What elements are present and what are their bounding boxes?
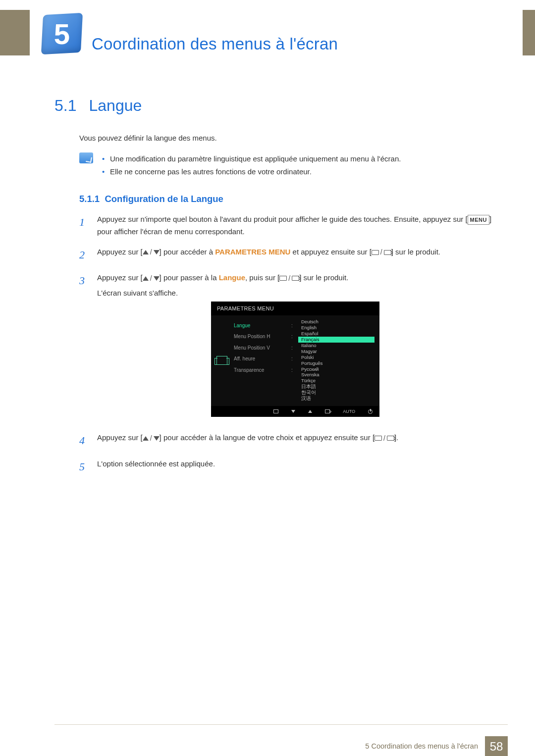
page-number: 58 — [485, 736, 508, 756]
step-2: 2 Appuyez sur [/] pour accéder à PARAMET… — [79, 246, 505, 264]
chapter-title: Coordination des menus à l'écran — [92, 35, 338, 53]
step-number: 2 — [79, 246, 88, 264]
up-down-icon: / — [143, 247, 160, 258]
osd-language-option: Русский — [298, 366, 374, 372]
keyword-parametres-menu: PARAMETRES MENU — [215, 248, 290, 256]
note-item: Une modification du paramètre linguistiq… — [102, 152, 505, 165]
osd-language-option: Magyar — [298, 349, 374, 354]
osd-language-option: Svenska — [298, 372, 374, 378]
osd-language-option: Deutsch — [298, 319, 374, 325]
step-3: 3 Appuyez sur [/] pour passer à la Langu… — [79, 272, 505, 424]
header-accent-right — [523, 10, 535, 55]
osd-title: PARAMETRES MENU — [211, 302, 379, 315]
power-icon — [368, 409, 373, 414]
chapter-badge: 5 — [42, 14, 82, 53]
osd-language-option: 日本語 — [298, 384, 374, 390]
osd-language-option: English — [298, 325, 374, 331]
footer-chapter-ref: 5 Coordination des menus à l'écran — [365, 736, 485, 756]
osd-language-option: Português — [298, 360, 374, 366]
osd-language-option: Français — [298, 337, 374, 343]
subsection-heading: 5.1.1 Configuration de la Langue — [79, 194, 505, 204]
osd-language-option: Türkçe — [298, 378, 374, 384]
note-icon — [79, 152, 93, 163]
up-down-icon: / — [143, 433, 160, 444]
osd-language-option: Español — [298, 331, 374, 337]
osd-nav-icon — [273, 409, 278, 413]
menu-button-label: MENU — [468, 215, 489, 225]
down-icon — [291, 410, 295, 413]
note-item: Elle ne concerne pas les autres fonction… — [102, 165, 505, 178]
osd-menu-items: Langue Menu Position H Menu Position V A… — [233, 319, 291, 402]
osd-nav-bar: AUTO — [211, 406, 379, 417]
osd-language-list: DeutschEnglishEspañolFrançaisItalianoMag… — [298, 319, 379, 402]
osd-language-option: Italiano — [298, 343, 374, 349]
step-number: 1 — [79, 213, 88, 238]
step-5: 5 L'option sélectionnée est appliquée. — [79, 458, 505, 476]
chapter-header: 5 Coordination des menus à l'écran — [0, 10, 535, 55]
osd-screenshot: PARAMETRES MENU Langue Menu Position H M… — [211, 302, 379, 417]
step-number: 3 — [79, 272, 88, 424]
select-enter-icon: / — [372, 247, 391, 258]
step-number: 4 — [79, 432, 88, 450]
step-1: 1 Appuyez sur n'importe quel bouton à l'… — [79, 213, 505, 238]
step-number: 5 — [79, 458, 88, 476]
select-enter-icon: / — [374, 433, 394, 444]
up-icon — [308, 410, 312, 413]
osd-language-option: 한국어 — [298, 390, 374, 396]
osd-language-option: 汉语 — [298, 396, 374, 402]
osd-category-icon — [216, 356, 227, 365]
osd-language-option: Polski — [298, 354, 374, 360]
keyword-langue: Langue — [219, 273, 245, 282]
enter-icon — [325, 409, 330, 413]
step-4: 4 Appuyez sur [/] pour accéder à la lang… — [79, 432, 505, 450]
note-block: Une modification du paramètre linguistiq… — [79, 152, 505, 178]
section-heading: 5.1 Langue — [54, 97, 505, 115]
chapter-number: 5 — [54, 17, 70, 50]
section-number: 5.1 — [54, 97, 76, 115]
osd-auto-label: AUTO — [343, 408, 355, 415]
up-down-icon: / — [143, 273, 160, 284]
intro-text: Vous pouvez définir la langue des menus. — [79, 132, 505, 144]
select-enter-icon: / — [279, 273, 299, 284]
section-title: Langue — [89, 97, 142, 115]
header-accent-left — [0, 10, 30, 55]
